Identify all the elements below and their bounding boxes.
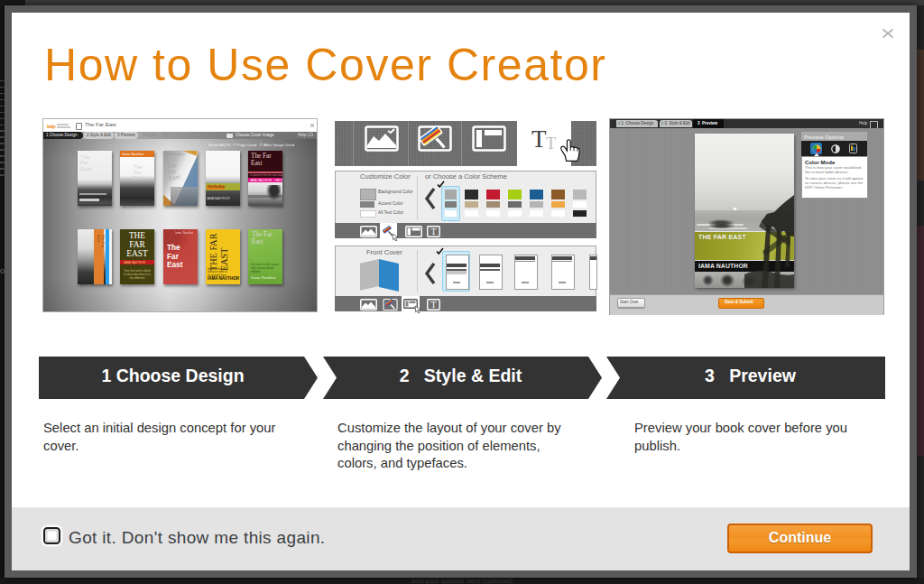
svg-text:T: T <box>430 300 436 310</box>
svg-text:T: T <box>430 227 436 236</box>
